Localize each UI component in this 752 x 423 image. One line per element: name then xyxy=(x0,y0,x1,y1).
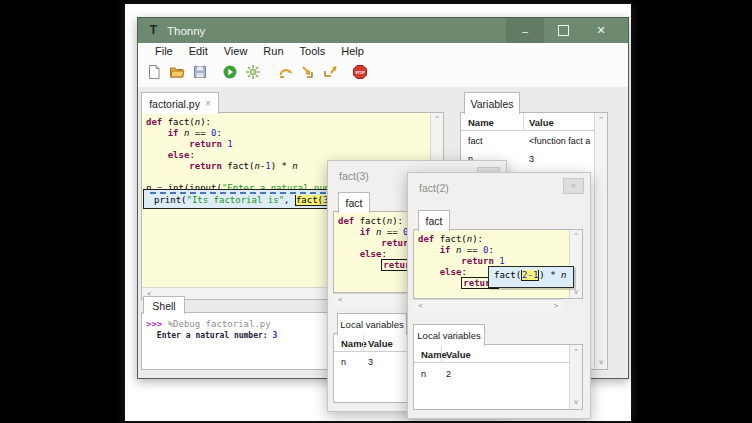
step-into-button[interactable] xyxy=(299,63,317,81)
local-var-value: 2 xyxy=(446,369,451,379)
dialog-fact2-tab-fact[interactable]: fact xyxy=(418,210,450,231)
dialog-title: fact(3) xyxy=(339,170,369,182)
menu-file[interactable]: File xyxy=(147,45,181,57)
new-file-button[interactable] xyxy=(145,63,163,81)
menu-run[interactable]: Run xyxy=(255,45,291,57)
step-out-icon xyxy=(322,64,338,80)
scroll-left-icon[interactable]: < xyxy=(335,294,345,306)
variables-col-name: Name xyxy=(468,117,494,128)
active-statement-box: print("Its factorial is", fact(3)) xyxy=(143,189,345,209)
scroll-up-icon[interactable]: ^ xyxy=(595,116,607,124)
debug-spark-icon xyxy=(245,64,261,80)
variable-value: 3 xyxy=(529,154,534,164)
save-file-button[interactable] xyxy=(191,63,209,81)
locals-tab-label: Local variables xyxy=(417,330,480,341)
variables-vertical-scrollbar[interactable]: ^ v xyxy=(594,113,607,369)
variables-header: Name Value xyxy=(461,113,607,131)
open-folder-icon xyxy=(169,64,185,80)
scroll-down-icon[interactable]: v xyxy=(570,288,582,296)
dialog-fact2-horizontal-scrollbar[interactable]: < > xyxy=(413,299,563,311)
locals-tab-label: Local variables xyxy=(340,319,403,330)
menu-view[interactable]: View xyxy=(216,45,256,57)
menu-edit[interactable]: Edit xyxy=(181,45,216,57)
locals-col-value: Value xyxy=(446,349,471,360)
editor-tab-label: factorial.py xyxy=(149,98,200,110)
step-out-button[interactable] xyxy=(321,63,339,81)
minimize-icon: – xyxy=(522,25,528,37)
locals-col-value: Value xyxy=(368,338,393,349)
variable-value: <function fact a xyxy=(529,136,590,146)
window-title: Thonny xyxy=(167,25,205,37)
new-file-icon xyxy=(146,64,162,80)
maximize-icon xyxy=(558,25,569,36)
evaluated-expression-code: fact(2-1) * n xyxy=(494,270,573,281)
dialog-fact2-tab-locals[interactable]: Local variables xyxy=(413,324,485,346)
variables-tab-label: Variables xyxy=(471,98,514,110)
dialog-fact2-locals-table: Name Value n 2 ^ v xyxy=(413,344,583,410)
shell-tab-label: Shell xyxy=(152,300,175,312)
dialog-title: fact(2) xyxy=(419,182,449,194)
variables-col-divider xyxy=(523,113,524,130)
active-statement-code[interactable]: print("Its factorial is", fact(3)) xyxy=(154,195,340,206)
dialog-close-button[interactable]: ✕ xyxy=(563,178,584,194)
dialog-fact3-tab-fact[interactable]: fact xyxy=(338,192,370,213)
scroll-right-icon[interactable]: > xyxy=(551,300,561,311)
stop-icon: STOP xyxy=(352,64,368,80)
run-play-icon xyxy=(222,64,238,80)
local-var-name: n xyxy=(421,369,426,379)
dialog-fact3-tab-locals[interactable]: Local variables xyxy=(337,313,407,335)
tab-shell[interactable]: Shell xyxy=(143,296,185,314)
scroll-up-icon[interactable]: ^ xyxy=(570,348,582,356)
frame-tab-label: fact xyxy=(346,197,363,209)
local-var-name: n xyxy=(341,357,346,367)
dialog-close-icon: ✕ xyxy=(571,182,577,190)
svg-text:STOP: STOP xyxy=(355,71,365,75)
menu-bar: File Edit View Run Tools Help xyxy=(138,43,628,59)
debug-button[interactable] xyxy=(244,63,262,81)
stop-button[interactable]: STOP xyxy=(351,63,369,81)
call-marker-dashes xyxy=(150,192,336,194)
editor-tab-close-icon[interactable]: × xyxy=(205,98,211,109)
locals-header: Name Value xyxy=(414,345,582,363)
save-floppy-icon xyxy=(192,64,208,80)
step-into-icon xyxy=(300,64,316,80)
variables-col-value: Value xyxy=(529,117,554,128)
tab-factorial-py[interactable]: factorial.py × xyxy=(141,92,219,114)
scroll-up-icon[interactable]: ^ xyxy=(431,115,443,123)
close-button[interactable]: ✕ xyxy=(582,18,620,43)
window-controls: – ✕ xyxy=(506,18,620,43)
close-icon: ✕ xyxy=(596,24,605,37)
tab-variables[interactable]: Variables xyxy=(464,92,520,114)
variable-name: fact xyxy=(468,136,483,146)
scroll-left-icon[interactable]: < xyxy=(415,300,425,311)
menu-help[interactable]: Help xyxy=(333,45,372,57)
scroll-up-icon[interactable]: ^ xyxy=(570,232,582,240)
local-var-value: 3 xyxy=(368,357,373,367)
locals-col-divider xyxy=(441,345,442,362)
maximize-button[interactable] xyxy=(544,18,582,43)
step-over-button[interactable] xyxy=(277,63,295,81)
menu-tools[interactable]: Tools xyxy=(292,45,334,57)
locals-col-divider xyxy=(363,334,364,351)
thonny-logo-icon: T xyxy=(147,24,160,37)
locals-col-name: Name xyxy=(421,349,447,360)
open-file-button[interactable] xyxy=(168,63,186,81)
locals-vertical-scrollbar[interactable]: ^ v xyxy=(569,345,582,409)
step-over-icon xyxy=(278,64,294,80)
frame-tab-label: fact xyxy=(426,215,443,227)
toolbar: STOP xyxy=(138,59,628,87)
screenshot-stage: T Thonny – ✕ File Edit View Run Tools He… xyxy=(0,0,752,423)
run-button[interactable] xyxy=(221,63,239,81)
minimize-button[interactable]: – xyxy=(506,18,544,43)
evaluated-expression-box: fact(2-1) * n xyxy=(488,266,574,288)
scroll-down-icon[interactable]: v xyxy=(570,398,582,406)
title-bar[interactable]: T Thonny – ✕ xyxy=(138,18,628,43)
scroll-down-icon[interactable]: v xyxy=(595,358,607,366)
